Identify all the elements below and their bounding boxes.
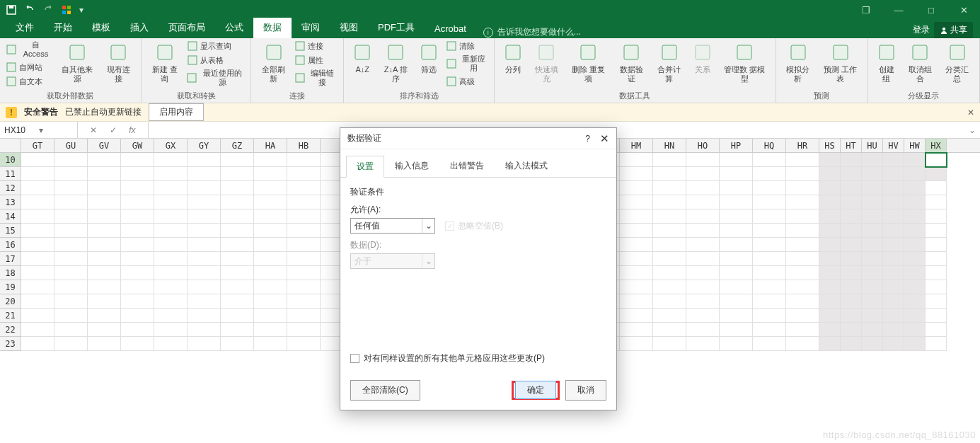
cell[interactable] <box>862 294 883 309</box>
cell[interactable] <box>786 309 819 323</box>
ribbon-button[interactable]: 属性 <box>293 54 339 67</box>
ribbon-button[interactable]: 分列 <box>499 40 527 76</box>
tab-view[interactable]: 视图 <box>330 18 368 38</box>
row-header[interactable]: 23 <box>0 337 21 351</box>
cell[interactable] <box>121 181 154 195</box>
cell[interactable] <box>188 167 221 181</box>
tab-template[interactable]: 模板 <box>82 18 120 38</box>
ribbon-button[interactable]: 自文本 <box>4 75 54 88</box>
cell[interactable] <box>720 294 753 309</box>
cell[interactable] <box>786 167 819 181</box>
cell[interactable] <box>653 224 686 238</box>
cell[interactable] <box>121 195 154 209</box>
column-header[interactable]: GY <box>188 139 221 152</box>
cell[interactable] <box>221 238 254 252</box>
cell[interactable] <box>88 252 121 266</box>
cell[interactable] <box>720 266 753 280</box>
cell[interactable] <box>188 266 221 280</box>
allow-combobox[interactable]: 任何值 ⌄ <box>350 218 435 234</box>
row-header[interactable]: 13 <box>0 195 21 209</box>
row-header[interactable]: 14 <box>0 209 21 224</box>
cell[interactable] <box>653 266 686 280</box>
cell[interactable] <box>21 266 54 280</box>
login-link[interactable]: 登录 <box>913 24 930 36</box>
cell[interactable] <box>883 224 904 238</box>
cell[interactable] <box>862 323 883 337</box>
cell[interactable] <box>620 266 653 280</box>
dialog-titlebar[interactable]: 数据验证 ? ✕ <box>340 128 616 149</box>
cell[interactable] <box>883 266 904 280</box>
cell[interactable] <box>883 167 904 181</box>
cell[interactable] <box>221 280 254 294</box>
cell[interactable] <box>221 224 254 238</box>
ribbon-button[interactable]: 现有连接 <box>100 40 137 85</box>
cell[interactable] <box>21 195 54 209</box>
cell[interactable] <box>54 167 88 181</box>
cell[interactable] <box>21 181 54 195</box>
cell[interactable] <box>862 153 883 167</box>
cell[interactable] <box>720 167 753 181</box>
cell[interactable] <box>753 224 786 238</box>
cell[interactable] <box>720 209 753 224</box>
cell[interactable] <box>686 181 720 195</box>
cell[interactable] <box>221 195 254 209</box>
ribbon-button[interactable]: 新建 查询 <box>146 40 184 85</box>
cell[interactable] <box>121 167 154 181</box>
cell[interactable] <box>54 337 88 351</box>
cell[interactable] <box>786 294 819 309</box>
cell[interactable] <box>786 195 819 209</box>
cell[interactable] <box>254 280 287 294</box>
cell[interactable] <box>720 195 753 209</box>
cell[interactable] <box>154 294 188 309</box>
cell[interactable] <box>188 181 221 195</box>
cell[interactable] <box>904 181 926 195</box>
cell[interactable] <box>904 195 926 209</box>
cell[interactable] <box>786 252 819 266</box>
cell[interactable] <box>862 238 883 252</box>
cell[interactable] <box>786 280 819 294</box>
column-header[interactable]: HP <box>720 139 753 152</box>
ribbon-button[interactable]: 模拟分析 <box>780 40 817 85</box>
row-header[interactable]: 11 <box>0 167 21 181</box>
cell[interactable] <box>926 238 947 252</box>
cell[interactable] <box>883 181 904 195</box>
column-header[interactable]: GZ <box>221 139 254 152</box>
cell[interactable] <box>620 238 653 252</box>
cell[interactable] <box>287 280 321 294</box>
cell[interactable] <box>88 280 121 294</box>
column-header[interactable]: HV <box>883 139 904 152</box>
cell[interactable] <box>221 294 254 309</box>
cell[interactable] <box>883 337 904 351</box>
cell[interactable] <box>653 294 686 309</box>
cell[interactable] <box>819 153 841 167</box>
cell[interactable] <box>254 294 287 309</box>
cell[interactable] <box>786 238 819 252</box>
cell[interactable] <box>926 337 947 351</box>
column-header[interactable]: HU <box>862 139 883 152</box>
dialog-tab-inputmsg[interactable]: 输入信息 <box>384 155 439 177</box>
cell[interactable] <box>883 252 904 266</box>
cell[interactable] <box>904 323 926 337</box>
cell[interactable] <box>883 238 904 252</box>
row-header[interactable]: 22 <box>0 323 21 337</box>
cell[interactable] <box>653 337 686 351</box>
cell[interactable] <box>221 181 254 195</box>
tab-home[interactable]: 开始 <box>44 18 82 38</box>
cell[interactable] <box>720 224 753 238</box>
cell[interactable] <box>841 167 862 181</box>
cell[interactable] <box>841 209 862 224</box>
cell[interactable] <box>121 309 154 323</box>
cell[interactable] <box>926 181 947 195</box>
cell[interactable] <box>88 181 121 195</box>
cell[interactable] <box>720 181 753 195</box>
cell[interactable] <box>926 195 947 209</box>
chevron-down-icon[interactable]: ⌄ <box>422 219 434 233</box>
cell[interactable] <box>254 238 287 252</box>
cell[interactable] <box>686 266 720 280</box>
cell[interactable] <box>819 181 841 195</box>
cell[interactable] <box>188 209 221 224</box>
cell[interactable] <box>287 252 321 266</box>
maximize-icon[interactable]: □ <box>915 0 947 20</box>
cell[interactable] <box>904 224 926 238</box>
name-box[interactable]: HX10 ▾ <box>0 122 78 138</box>
